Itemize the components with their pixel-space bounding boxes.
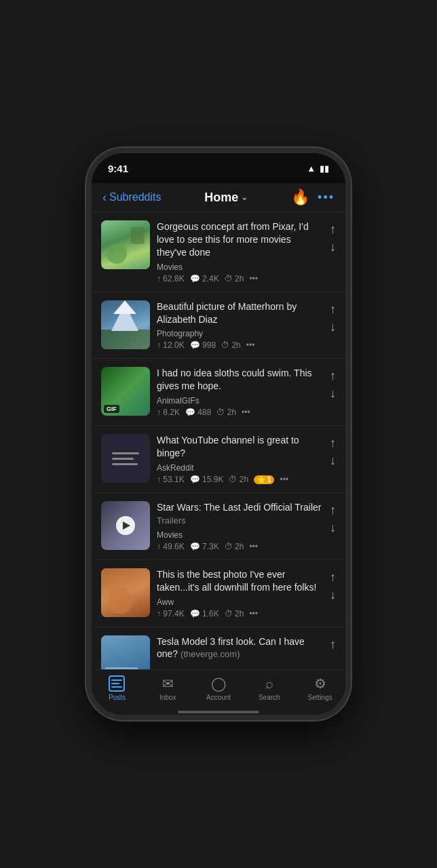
tab-inbox[interactable]: ✉ Inbox bbox=[142, 675, 193, 701]
header: ‹ Subreddits Home ⌄ 🔥 ••• bbox=[92, 183, 345, 212]
post-thumbnail bbox=[101, 220, 150, 269]
list-item[interactable]: Beautiful picture of Matterhorn by Aliza… bbox=[92, 292, 345, 359]
vote-buttons: ↑ bbox=[330, 635, 336, 650]
vote-buttons: ↑ ↓ bbox=[330, 300, 336, 333]
post-thumbnail: GIF bbox=[101, 367, 150, 416]
list-item[interactable]: Tesla Model 3 first look. Can I have one… bbox=[92, 627, 345, 669]
post-title: What YouTube channel is great to binge? bbox=[157, 434, 323, 460]
comment-count: 💬 1.6K bbox=[190, 609, 219, 618]
phone-frame: 9:41 ▲ ▮▮ ‹ Subreddits Home ⌄ 🔥 ••• bbox=[86, 148, 351, 720]
tab-account[interactable]: ◯ Account bbox=[193, 675, 244, 701]
bottom-bar bbox=[92, 709, 345, 715]
more-button[interactable]: ••• bbox=[318, 191, 335, 205]
post-title: Beautiful picture of Matterhorn by Aliza… bbox=[157, 300, 323, 326]
battery-icon: ▮▮ bbox=[320, 163, 329, 174]
post-title: Tesla Model 3 first look. Can I have one… bbox=[157, 635, 323, 661]
comment-count: 💬 15.9K bbox=[190, 475, 224, 484]
back-button[interactable]: ‹ Subreddits bbox=[102, 191, 162, 205]
tab-bar: Posts ✉ Inbox ◯ Account ⌕ Search ⚙ Setti… bbox=[92, 669, 345, 709]
post-meta-subreddit: Photography bbox=[157, 329, 323, 338]
more-icon[interactable]: ••• bbox=[249, 609, 258, 618]
comment-count: 💬 488 bbox=[185, 408, 211, 417]
upvote-button[interactable]: ↑ bbox=[330, 370, 336, 382]
fire-icon[interactable]: 🔥 bbox=[291, 189, 309, 206]
post-title: This is the best photo I've ever taken..… bbox=[157, 568, 323, 594]
post-meta-stats: ↑ 49.6K 💬 7.3K ⏱ 2h ••• bbox=[157, 542, 323, 551]
more-icon[interactable]: ••• bbox=[249, 274, 258, 283]
post-meta-subreddit: Aww bbox=[157, 597, 323, 607]
post-meta-subreddit: AnimalGIFs bbox=[157, 396, 323, 406]
list-item[interactable]: Star Wars: The Last Jedi Official Traile… bbox=[92, 493, 345, 560]
comment-count: 💬 2.4K bbox=[190, 274, 219, 283]
tab-posts[interactable]: Posts bbox=[92, 675, 142, 701]
home-dropdown-button[interactable]: Home ⌄ bbox=[204, 191, 248, 205]
status-icons: ▲ ▮▮ bbox=[307, 163, 329, 174]
downvote-button[interactable]: ↓ bbox=[330, 589, 336, 601]
upvote-button[interactable]: ↑ bbox=[330, 303, 336, 315]
time-ago: ⏱ 2h bbox=[225, 609, 244, 618]
award-badge: ⭐ 1 bbox=[254, 475, 274, 484]
post-content: Tesla Model 3 first look. Can I have one… bbox=[157, 635, 323, 665]
more-icon[interactable]: ••• bbox=[242, 408, 250, 417]
status-time: 9:41 bbox=[108, 163, 128, 174]
more-icon[interactable]: ••• bbox=[249, 542, 258, 551]
post-content: Gorgeous concept art from Pixar, I'd lov… bbox=[157, 220, 323, 283]
post-title: Star Wars: The Last Jedi Official Traile… bbox=[157, 501, 323, 527]
gif-badge: GIF bbox=[104, 405, 119, 413]
comment-count: 💬 998 bbox=[190, 340, 216, 350]
upvote-count: ↑ 49.6K bbox=[157, 542, 185, 551]
more-icon[interactable]: ••• bbox=[246, 340, 255, 350]
tab-account-label: Account bbox=[206, 694, 231, 701]
downvote-button[interactable]: ↓ bbox=[330, 387, 336, 399]
downvote-button[interactable]: ↓ bbox=[330, 241, 336, 253]
time-ago: ⏱ 2h bbox=[221, 340, 241, 350]
upvote-button[interactable]: ↑ bbox=[330, 223, 336, 235]
post-feed[interactable]: Gorgeous concept art from Pixar, I'd lov… bbox=[92, 212, 345, 669]
list-item[interactable]: This is the best photo I've ever taken..… bbox=[92, 560, 345, 627]
post-thumbnail bbox=[101, 568, 150, 617]
post-title: I had no idea sloths could swim. This gi… bbox=[157, 367, 323, 393]
downvote-button[interactable]: ↓ bbox=[330, 454, 336, 467]
upvote-count: ↑ 12.0K bbox=[157, 340, 185, 350]
post-meta-stats: ↑ 62.8K 💬 2.4K ⏱ 2h ••• bbox=[157, 274, 323, 283]
home-indicator bbox=[178, 711, 259, 713]
header-right-actions: 🔥 ••• bbox=[291, 189, 335, 206]
post-meta-stats: ↑ 12.0K 💬 998 ⏱ 2h ••• bbox=[157, 340, 323, 350]
more-icon[interactable]: ••• bbox=[280, 475, 288, 484]
back-label: Subreddits bbox=[109, 191, 162, 203]
upvote-count: ↑ 62.8K bbox=[157, 274, 185, 283]
posts-icon bbox=[109, 675, 125, 692]
list-item[interactable]: Gorgeous concept art from Pixar, I'd lov… bbox=[92, 212, 345, 292]
post-content: I had no idea sloths could swim. This gi… bbox=[157, 367, 323, 417]
post-content: This is the best photo I've ever taken..… bbox=[157, 568, 323, 618]
upvote-button[interactable]: ↑ bbox=[330, 571, 336, 583]
vote-buttons: ↑ ↓ bbox=[330, 434, 336, 467]
inbox-icon: ✉ bbox=[162, 675, 174, 692]
post-title: Gorgeous concept art from Pixar, I'd lov… bbox=[157, 220, 323, 259]
post-thumbnail bbox=[101, 434, 150, 483]
tab-settings-label: Settings bbox=[308, 694, 332, 701]
comment-count: 💬 7.3K bbox=[190, 542, 219, 551]
wifi-icon: ▲ bbox=[307, 163, 316, 174]
time-ago: ⏱ 2h bbox=[216, 408, 236, 417]
tab-search[interactable]: ⌕ Search bbox=[244, 676, 294, 701]
post-thumbnail bbox=[101, 501, 150, 550]
post-content: What YouTube channel is great to binge? … bbox=[157, 434, 323, 484]
list-item[interactable]: What YouTube channel is great to binge? … bbox=[92, 426, 345, 493]
tab-posts-label: Posts bbox=[109, 694, 126, 701]
list-item[interactable]: GIF I had no idea sloths could swim. Thi… bbox=[92, 359, 345, 426]
vote-buttons: ↑ ↓ bbox=[330, 220, 336, 253]
downvote-button[interactable]: ↓ bbox=[330, 321, 336, 333]
upvote-button[interactable]: ↑ bbox=[330, 638, 336, 650]
back-chevron-icon: ‹ bbox=[102, 191, 107, 205]
time-ago: ⏱ 2h bbox=[229, 475, 248, 484]
chevron-down-icon: ⌄ bbox=[241, 193, 248, 202]
tab-settings[interactable]: ⚙ Settings bbox=[294, 675, 345, 701]
time-ago: ⏱ 2h bbox=[225, 542, 244, 551]
upvote-count: ↑ 8.2K bbox=[157, 408, 180, 417]
upvote-button[interactable]: ↑ bbox=[330, 504, 336, 516]
downvote-button[interactable]: ↓ bbox=[330, 521, 336, 534]
post-meta-subreddit: Movies bbox=[157, 262, 323, 272]
upvote-button[interactable]: ↑ bbox=[330, 437, 336, 449]
post-thumbnail bbox=[101, 300, 150, 349]
